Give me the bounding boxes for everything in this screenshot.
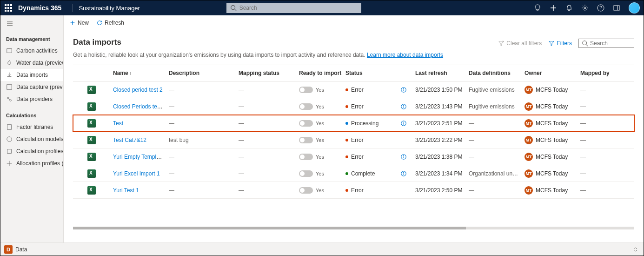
row-description: — — [166, 170, 236, 177]
col-mapped[interactable]: Mapped by — [578, 70, 624, 76]
row-name-link[interactable]: Closed period test 2 — [113, 87, 163, 93]
area-switcher[interactable]: D Data — [0, 243, 644, 256]
info-icon[interactable] — [400, 87, 407, 93]
row-mapped: — — [578, 137, 624, 143]
excel-icon — [87, 169, 96, 178]
col-definitions[interactable]: Data definitions — [466, 70, 522, 76]
col-mapping[interactable]: Mapping status — [236, 70, 296, 76]
info-icon[interactable] — [400, 120, 407, 127]
status-dot-icon — [345, 122, 348, 125]
data-grid: Name↑ Description Mapping status Ready t… — [73, 65, 634, 199]
row-definitions: Fugitive emissions — [466, 87, 522, 93]
owner-avatar-icon: MT — [524, 102, 533, 111]
sidebar-item-calculation-models[interactable]: Calculation models — [0, 133, 63, 145]
divider — [73, 4, 73, 12]
gear-icon[interactable] — [581, 4, 589, 12]
svg-point-14 — [10, 100, 12, 101]
row-owner: MTMCFS Today — [522, 186, 578, 195]
area-label: Data — [15, 246, 631, 253]
svg-rect-11 — [7, 49, 12, 53]
sidebar-item-data-providers[interactable]: Data providers — [0, 93, 63, 105]
horizontal-scrollbar[interactable] — [73, 227, 634, 229]
filters-button[interactable]: Filters — [548, 40, 572, 47]
row-mapping: — — [236, 154, 296, 160]
nav-section-data-management: Data management — [0, 34, 63, 45]
toggle-icon[interactable] — [299, 187, 313, 194]
row-refresh: 3/21/2023 1:43 PM — [412, 103, 466, 110]
col-owner[interactable]: Owner — [522, 70, 578, 76]
toggle-icon[interactable] — [299, 170, 313, 177]
table-row[interactable]: Closed Periods test 1——YesError3/21/2023… — [73, 98, 634, 115]
excel-icon — [87, 102, 96, 111]
hamburger-icon[interactable] — [0, 15, 63, 34]
info-icon[interactable] — [400, 103, 407, 110]
grid-search[interactable] — [578, 39, 634, 48]
global-search[interactable] — [226, 3, 361, 13]
user-avatar[interactable] — [629, 2, 640, 13]
status-dot-icon — [345, 105, 348, 108]
new-button[interactable]: New — [69, 20, 89, 26]
table-row[interactable]: Yuri Empty Template ...——YesError3/21/20… — [73, 148, 634, 165]
plus-icon[interactable] — [550, 4, 557, 12]
toggle-icon[interactable] — [299, 120, 313, 127]
panel-icon[interactable] — [613, 4, 620, 12]
owner-avatar-icon: MT — [524, 186, 533, 195]
clear-filters-button[interactable]: Clear all filters — [498, 40, 542, 47]
table-row[interactable]: Yuri Excel Import 1——YesComplete3/21/202… — [73, 165, 634, 182]
status-dot-icon — [345, 155, 348, 158]
row-name-link[interactable]: Test — [113, 120, 123, 127]
svg-point-0 — [231, 6, 235, 10]
table-row[interactable]: Closed period test 2——YesError3/21/2023 … — [73, 81, 634, 98]
bell-icon[interactable] — [565, 4, 573, 12]
sidebar-item-allocation-profiles[interactable]: Allocation profiles (p... — [0, 157, 63, 169]
excel-icon — [87, 153, 96, 161]
row-name-link[interactable]: Test Cat7&12 — [113, 137, 146, 143]
info-icon[interactable] — [400, 154, 407, 160]
toggle-icon[interactable] — [299, 87, 313, 93]
row-status: Error — [343, 154, 412, 160]
svg-point-25 — [404, 88, 404, 88]
plus-icon — [69, 20, 76, 26]
row-status: Complete — [343, 170, 412, 177]
toggle-icon[interactable] — [299, 137, 313, 143]
svg-line-15 — [9, 99, 10, 100]
row-name-link[interactable]: Yuri Empty Template ... — [113, 154, 166, 160]
info-icon[interactable] — [400, 170, 407, 177]
sidebar-item-carbon-activities[interactable]: Carbon activities — [0, 45, 63, 57]
toggle-icon[interactable] — [299, 154, 313, 160]
sidebar-item-data-imports[interactable]: Data imports — [0, 69, 63, 81]
global-search-input[interactable] — [239, 5, 358, 11]
sidebar-item-factor-libraries[interactable]: Factor libraries — [0, 121, 63, 133]
row-description: — — [166, 187, 236, 194]
col-ready[interactable]: Ready to import — [296, 70, 343, 76]
clear-filter-icon — [498, 40, 505, 47]
row-name-link[interactable]: Yuri Excel Import 1 — [113, 170, 160, 177]
svg-point-34 — [404, 155, 404, 155]
refresh-button[interactable]: Refresh — [96, 20, 124, 26]
learn-more-link[interactable]: Learn more about data imports — [367, 52, 443, 58]
search-icon — [582, 40, 588, 47]
help-icon[interactable] — [597, 4, 604, 12]
lightbulb-icon[interactable] — [534, 4, 541, 12]
col-description[interactable]: Description — [166, 70, 236, 76]
table-row[interactable]: Yuri Test 1——YesError3/21/2023 2:50 PM—M… — [73, 182, 634, 199]
grid-search-input[interactable] — [590, 40, 627, 47]
row-definitions: Organizational units, ... — [466, 170, 522, 177]
row-name-link[interactable]: Yuri Test 1 — [113, 187, 139, 194]
toggle-icon[interactable] — [299, 103, 313, 110]
row-status: Error — [343, 103, 412, 110]
col-refresh[interactable]: Last refresh — [412, 70, 466, 76]
col-name[interactable]: Name↑ — [110, 70, 166, 76]
row-name-link[interactable]: Closed Periods test 1 — [113, 103, 166, 110]
sidebar-item-water-data[interactable]: Water data (preview) — [0, 57, 63, 69]
row-owner: MTMCFS Today — [522, 169, 578, 178]
table-row[interactable]: Test Cat7&12test bug—YesError3/21/2023 2… — [73, 132, 634, 148]
status-dot-icon — [345, 88, 348, 91]
row-ready: Yes — [296, 153, 343, 160]
area-chevrons-icon — [631, 245, 640, 254]
app-launcher-icon[interactable] — [4, 4, 13, 12]
col-status[interactable]: Status — [343, 70, 412, 76]
table-row[interactable]: Test——YesProcessing3/21/2023 2:51 PM—MTM… — [73, 115, 634, 132]
sidebar-item-data-capture[interactable]: Data capture (preview) — [0, 81, 63, 93]
sidebar-item-calculation-profiles[interactable]: Calculation profiles — [0, 145, 63, 157]
